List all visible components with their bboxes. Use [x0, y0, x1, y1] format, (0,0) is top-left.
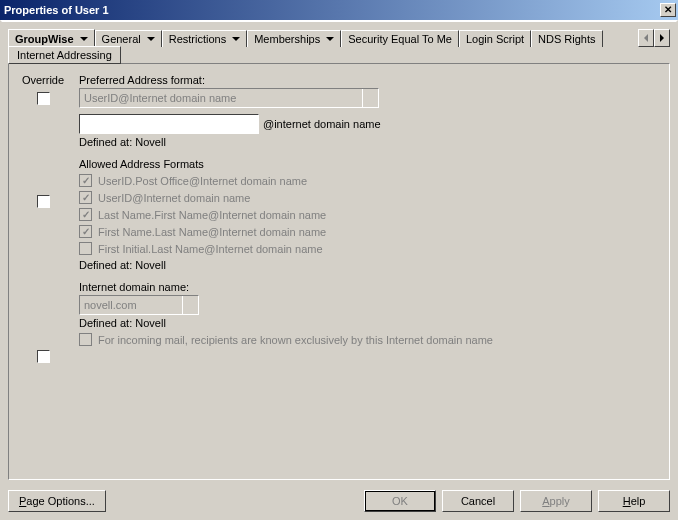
- preferred-suffix: @internet domain name: [263, 118, 381, 130]
- close-button[interactable]: ✕: [660, 3, 676, 17]
- tab-scroll-right[interactable]: [654, 29, 670, 47]
- cancel-button[interactable]: Cancel: [442, 490, 514, 512]
- chevron-down-icon: [80, 37, 88, 41]
- tab-nds-rights[interactable]: NDS Rights: [531, 30, 602, 47]
- override-header: Override: [19, 74, 67, 86]
- allowed-section: Allowed Address Formats UserID.Post Offi…: [79, 158, 659, 271]
- checkbox-icon[interactable]: [79, 242, 92, 255]
- preferred-section: Preferred Address format: UserID@Interne…: [79, 74, 659, 148]
- allowed-option: UserID.Post Office@Internet domain name: [79, 174, 659, 187]
- checkbox-icon[interactable]: [79, 208, 92, 221]
- apply-button[interactable]: Apply: [520, 490, 592, 512]
- chevron-left-icon: [644, 34, 648, 42]
- domain-incoming-row: For incoming mail, recipients are known …: [79, 333, 659, 346]
- button-bar: Page Options... OK Cancel Apply Help: [8, 490, 670, 512]
- domain-label: Internet domain name:: [79, 281, 659, 293]
- chevron-right-icon: [660, 34, 664, 42]
- tab-bar: GroupWise General Restrictions Membershi…: [8, 28, 670, 47]
- allowed-option: First Initial.Last Name@Internet domain …: [79, 242, 659, 255]
- override-preferred-checkbox[interactable]: [37, 92, 50, 105]
- tab-general[interactable]: General: [95, 30, 162, 47]
- preferred-dropdown[interactable]: UserID@Internet domain name: [79, 88, 379, 108]
- window-body: GroupWise General Restrictions Membershi…: [0, 20, 678, 520]
- checkbox-icon[interactable]: [79, 191, 92, 204]
- chevron-down-icon: [326, 37, 334, 41]
- help-button[interactable]: Help: [598, 490, 670, 512]
- title-bar: Properties of User 1 ✕: [0, 0, 678, 20]
- domain-defined: Defined at: Novell: [79, 317, 659, 329]
- chevron-down-icon: [147, 37, 155, 41]
- preferred-defined: Defined at: Novell: [79, 136, 659, 148]
- allowed-option: First Name.Last Name@Internet domain nam…: [79, 225, 659, 238]
- override-allowed-checkbox[interactable]: [37, 195, 50, 208]
- ok-button[interactable]: OK: [364, 490, 436, 512]
- allowed-option: Last Name.First Name@Internet domain nam…: [79, 208, 659, 221]
- checkbox-icon[interactable]: [79, 225, 92, 238]
- tab-scroll-left[interactable]: [638, 29, 654, 47]
- preferred-label: Preferred Address format:: [79, 74, 659, 86]
- tab-login-script[interactable]: Login Script: [459, 30, 531, 47]
- tab-security-equal[interactable]: Security Equal To Me: [341, 30, 459, 47]
- allowed-defined: Defined at: Novell: [79, 259, 659, 271]
- allowed-option: UserID@Internet domain name: [79, 191, 659, 204]
- checkbox-icon[interactable]: [79, 174, 92, 187]
- domain-section: Internet domain name: novell.com Defined…: [79, 281, 659, 346]
- tab-restrictions[interactable]: Restrictions: [162, 30, 247, 47]
- override-domain-checkbox[interactable]: [37, 350, 50, 363]
- allowed-label: Allowed Address Formats: [79, 158, 659, 170]
- preferred-userid-input[interactable]: [79, 114, 259, 134]
- domain-dropdown[interactable]: novell.com: [79, 295, 199, 315]
- tab-memberships[interactable]: Memberships: [247, 30, 341, 47]
- page-options-button[interactable]: Page Options...: [8, 490, 106, 512]
- checkbox-icon[interactable]: [79, 333, 92, 346]
- chevron-down-icon: [232, 37, 240, 41]
- window-title: Properties of User 1: [4, 4, 660, 16]
- subtab-internet-addressing[interactable]: Internet Addressing: [8, 46, 121, 64]
- properties-panel: Override Preferred Address format: UserI…: [8, 63, 670, 480]
